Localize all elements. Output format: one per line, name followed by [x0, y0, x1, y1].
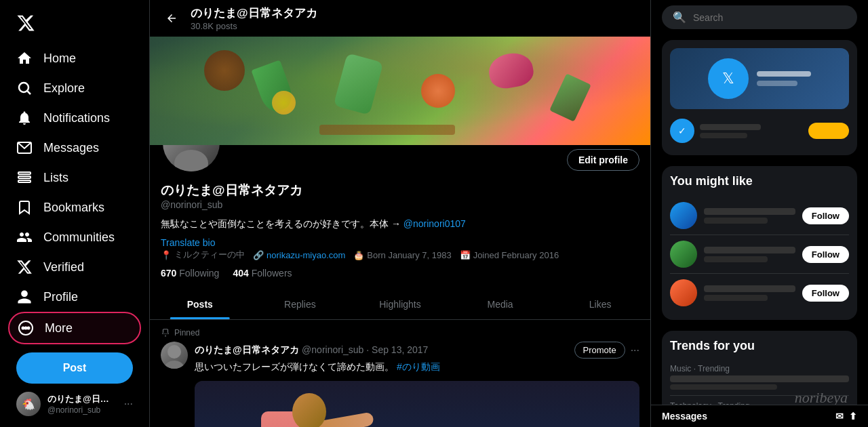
- follow-button-2[interactable]: Follow: [802, 246, 849, 263]
- pinned-label: Pinned: [161, 328, 639, 338]
- meta-website: 🔗 norikazu-miyao.com: [253, 249, 345, 261]
- sidebar-item-more[interactable]: More: [8, 312, 141, 344]
- tweet-hashtag[interactable]: #のり動画: [397, 361, 440, 372]
- sidebar-label-verified: Verified: [43, 260, 84, 274]
- calendar-icon: 📅: [460, 250, 471, 260]
- tweet-more-icon[interactable]: ···: [631, 344, 639, 357]
- tab-media[interactable]: Media: [450, 289, 551, 319]
- search-input[interactable]: [693, 12, 846, 23]
- sidebar-item-bookmarks[interactable]: Bookmarks: [8, 192, 141, 222]
- sidebar-label-messages: Messages: [43, 141, 99, 155]
- svg-rect-4: [18, 176, 31, 178]
- tab-likes[interactable]: Likes: [550, 289, 650, 319]
- tweet-header: のりたま@日常ネタアカ @norinori_sub · Sep 13, 2017…: [195, 342, 639, 359]
- tab-posts[interactable]: Posts: [150, 289, 250, 319]
- home-icon: [16, 50, 33, 66]
- guitar-svg: [372, 405, 467, 427]
- widget-banner-text: [757, 71, 811, 86]
- food-element-1: [204, 50, 245, 91]
- translate-bio[interactable]: Translate bio: [161, 237, 639, 249]
- suggested-avatar-1: [670, 202, 697, 229]
- tweet-actions: Promote ···: [574, 342, 639, 359]
- widget-title: You might like: [670, 174, 849, 188]
- following-label: Following: [179, 268, 219, 279]
- sub-detail: [700, 133, 747, 138]
- sidebar: Home Explore Notifications Messages List…: [0, 0, 149, 427]
- svg-rect-5: [18, 180, 31, 182]
- sidebar-item-lists[interactable]: Lists: [8, 163, 141, 192]
- sidebar-item-communities[interactable]: Communities: [8, 222, 141, 252]
- suggested-user-2: Follow: [670, 235, 849, 274]
- sidebar-account-handle: @norinori_sub: [47, 405, 117, 415]
- meta-location: 📍 ミルクティーの中: [161, 249, 245, 261]
- sub-name: [700, 124, 761, 130]
- widget-banner-icon: 𝕏: [708, 58, 749, 99]
- tab-highlights[interactable]: Highlights: [350, 289, 450, 319]
- tweet-avatar: [161, 342, 188, 369]
- promote-button[interactable]: Promote: [574, 342, 625, 359]
- search-icon: [16, 80, 33, 96]
- topbar-profile-info: のりたま@日常ネタアカ 30.8K posts: [191, 5, 317, 31]
- verified-icon: [16, 259, 33, 275]
- suggested-user-3: Follow: [670, 274, 849, 312]
- sidebar-label-profile: Profile: [43, 290, 78, 304]
- followers-count: 404: [233, 268, 248, 279]
- profile-stats: 670 Following 404 Followers: [161, 268, 639, 279]
- search-bar[interactable]: 🔍: [662, 5, 857, 29]
- x-logo[interactable]: [8, 5, 141, 41]
- follow-button-3[interactable]: Follow: [802, 285, 849, 302]
- messages-bar[interactable]: Messages ✉ ⬆: [651, 405, 868, 427]
- bookmark-icon: [16, 199, 33, 216]
- following-stat[interactable]: 670 Following: [161, 268, 219, 279]
- edit-profile-button[interactable]: Edit profile: [567, 149, 639, 171]
- bio-link[interactable]: @norinori0107: [403, 218, 466, 229]
- tab-replies[interactable]: Replies: [250, 289, 351, 319]
- post-button[interactable]: Post: [16, 352, 133, 384]
- followers-stat[interactable]: 404 Followers: [233, 268, 292, 279]
- widget-sub-icon: ✓: [670, 119, 694, 143]
- suggested-avatar-3: [670, 279, 697, 306]
- sidebar-item-verified[interactable]: Verified: [8, 252, 141, 282]
- suggested-handle-3: [704, 295, 768, 301]
- sidebar-item-notifications[interactable]: Notifications: [8, 103, 141, 133]
- suggested-user-1: Follow: [670, 197, 849, 235]
- trending-title: Trends for you: [670, 339, 849, 353]
- suggested-info-3: [704, 285, 795, 301]
- location-icon: 📍: [161, 250, 172, 260]
- messages-label: Messages: [662, 411, 707, 422]
- cake-icon: 🎂: [353, 250, 364, 260]
- meta-joined: 📅 Joined February 2016: [460, 249, 559, 261]
- sidebar-label-more: More: [45, 321, 73, 336]
- trending-topic-1: [670, 375, 849, 382]
- suggested-name-3: [704, 285, 795, 292]
- sidebar-item-messages[interactable]: Messages: [8, 133, 141, 163]
- mail-icon: [16, 140, 33, 156]
- suggested-info-2: [704, 247, 795, 262]
- sidebar-item-home[interactable]: Home: [8, 43, 141, 73]
- food-element-4: [421, 74, 455, 108]
- list-icon: [16, 169, 33, 186]
- back-button[interactable]: [161, 7, 182, 29]
- tweet-text: 思いついたフレーズが弾けなくて諦めた動画。 #のり動画: [195, 360, 639, 374]
- trending-cat-1: Music · Trending: [670, 364, 849, 373]
- topbar-profile-name: のりたま@日常ネタアカ: [191, 5, 317, 21]
- trending-item-1: Music · Trending: [670, 359, 849, 396]
- right-sidebar: 🔍 𝕏 ✓ You might like: [651, 0, 868, 427]
- svg-point-15: [165, 361, 184, 369]
- profile-topbar: のりたま@日常ネタアカ 30.8K posts: [150, 0, 650, 37]
- svg-point-14: [167, 345, 181, 359]
- profile-info: のりたま@日常ネタアカ @norinori_sub 無駄なことや面倒なことを考え…: [150, 182, 650, 287]
- follow-button-1[interactable]: Follow: [802, 207, 849, 224]
- suggested-handle-1: [704, 218, 768, 224]
- translate-bio-link[interactable]: Translate bio: [161, 237, 215, 248]
- tweet-row: のりたま@日常ネタアカ @norinori_sub · Sep 13, 2017…: [161, 342, 639, 427]
- sidebar-label-home: Home: [43, 52, 76, 66]
- website-link[interactable]: norikazu-miyao.com: [267, 250, 345, 260]
- search-bar-icon: 🔍: [673, 11, 686, 24]
- sidebar-account-name: のりたま@日常ネタ…: [47, 393, 117, 405]
- person-icon: [16, 289, 33, 305]
- sidebar-item-profile[interactable]: Profile: [8, 282, 141, 312]
- tweet-author-handle: @norinori_sub · Sep 13, 2017: [302, 344, 428, 355]
- sidebar-account[interactable]: 🐔 のりたま@日常ネタ… @norinori_sub ···: [8, 386, 141, 422]
- sidebar-item-explore[interactable]: Explore: [8, 73, 141, 103]
